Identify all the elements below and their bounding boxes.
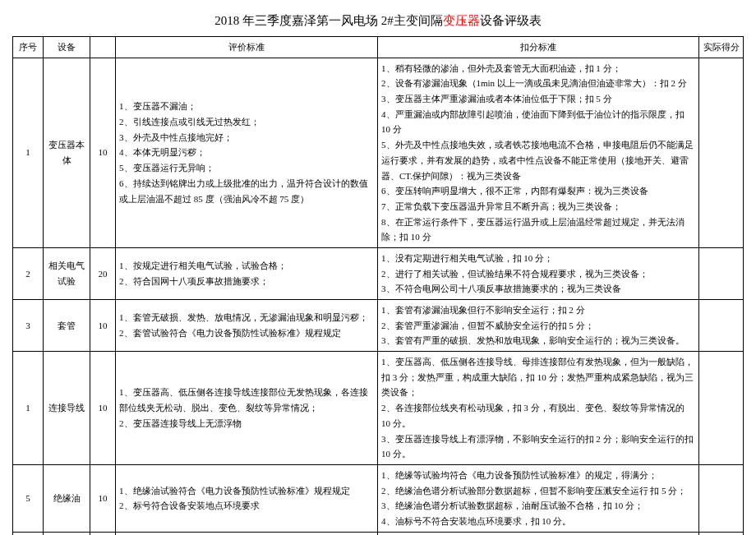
cell-index: 1 xyxy=(13,58,44,247)
cell-index: 3 xyxy=(13,300,44,352)
rating-table: 序号 设备 评价标准 扣分标准 实际得分 1变压器本体101、变压器不漏油；2、… xyxy=(12,36,744,535)
header-row: 序号 设备 评价标准 扣分标准 实际得分 xyxy=(13,37,744,58)
cell-device: 中性点 xyxy=(44,532,90,535)
cell-index: 6 xyxy=(13,532,44,535)
cell-standard: 1、套管无破损、发热、放电情况，无渗漏油现象和明显污秽；2、套管试验符合《电力设… xyxy=(116,300,378,352)
cell-index: 5 xyxy=(13,464,44,532)
col-index: 序号 xyxy=(13,37,44,58)
cell-device: 变压器本体 xyxy=(44,58,90,247)
table-row: 1变压器本体101、变压器不漏油；2、引线连接点或引线无过热发红；3、外壳及中性… xyxy=(13,58,744,247)
cell-score: 10 xyxy=(90,352,116,465)
cell-standard: 1、变压器不漏油；2、引线连接点或引线无过热发红；3、外壳及中性点接地完好；4、… xyxy=(116,58,378,247)
cell-deduction: 1、稍有轻微的渗油，但外壳及套管无大面积油迹，扣 1 分；2、设备有渗漏油现象（… xyxy=(378,58,699,247)
cell-actual xyxy=(699,58,744,247)
cell-score: 10 xyxy=(90,532,116,535)
title-prefix: 2018 年三季度嘉泽第一风电场 2#主变间隔 xyxy=(214,14,443,27)
table-row: 5绝缘油101、绝缘油试验符合《电力设备预防性试验标准》规程规定2、标号符合设备… xyxy=(13,464,744,532)
cell-standard: 1、变压器高、低压侧各连接导线连接部位无发热现象，各连接部位线夹无松动、脱出、变… xyxy=(116,352,378,465)
table-row: 6中性点101、中性点运行方式正确，瓷瓶、避雷器表面完整、无裂纹、破裂；2、放电… xyxy=(13,532,744,535)
cell-device: 相关电气试验 xyxy=(44,247,90,299)
cell-deduction: 1、没有定期进行相关电气试验，扣 10 分；2、进行了相关试验，但试验结果不符合… xyxy=(378,247,699,299)
cell-index: 1 xyxy=(13,352,44,465)
cell-actual xyxy=(699,464,744,532)
cell-index: 2 xyxy=(13,247,44,299)
table-row: 1连接导线101、变压器高、低压侧各连接导线连接部位无发热现象，各连接部位线夹无… xyxy=(13,352,744,465)
cell-deduction: 1、变压器高、低压侧各连接导线、母排连接部位有发热现象，但为一般缺陷，扣 3 分… xyxy=(378,352,699,465)
cell-device: 绝缘油 xyxy=(44,464,90,532)
col-device: 设备 xyxy=(44,37,90,58)
cell-device: 套管 xyxy=(44,300,90,352)
cell-device: 连接导线 xyxy=(44,352,90,465)
cell-score: 20 xyxy=(90,247,116,299)
cell-actual xyxy=(699,247,744,299)
table-row: 2相关电气试验201、按规定进行相关电气试验，试验合格；2、符合国网十八项反事故… xyxy=(13,247,744,299)
cell-deduction: 1、绝缘等试验均符合《电力设备预防性试验标准》的规定，得满分；2、绝缘油色谱分析… xyxy=(378,464,699,532)
title-highlight: 变压器 xyxy=(443,14,480,27)
col-score xyxy=(90,37,116,58)
col-actual: 实际得分 xyxy=(699,37,744,58)
cell-score: 10 xyxy=(90,464,116,532)
col-deduction: 扣分标准 xyxy=(378,37,699,58)
cell-deduction: 1、套管有渗漏油现象但行不影响安全运行；扣 2 分2、套管严重渗漏油，但暂不威胁… xyxy=(378,300,699,352)
cell-score: 10 xyxy=(90,300,116,352)
cell-actual xyxy=(699,300,744,352)
cell-standard: 1、绝缘油试验符合《电力设备预防性试验标准》规程规定2、标号符合设备安装地点环境… xyxy=(116,464,378,532)
cell-actual xyxy=(699,532,744,535)
cell-actual xyxy=(699,352,744,465)
col-standard: 评价标准 xyxy=(116,37,378,58)
cell-deduction: 1、中性点运行方式不正确，扣 10 分；瓷瓶、避雷器表面不完整，有裂纹、破裂；扣… xyxy=(378,532,699,535)
page-title: 2018 年三季度嘉泽第一风电场 2#主变间隔变压器设备评级表 xyxy=(12,13,744,29)
title-suffix: 设备评级表 xyxy=(480,14,542,27)
table-row: 3套管101、套管无破损、发热、放电情况，无渗漏油现象和明显污秽；2、套管试验符… xyxy=(13,300,744,352)
cell-score: 10 xyxy=(90,58,116,247)
cell-standard: 1、中性点运行方式正确，瓷瓶、避雷器表面完整、无裂纹、破裂；2、放电间隙在同一水… xyxy=(116,532,378,535)
cell-standard: 1、按规定进行相关电气试验，试验合格；2、符合国网十八项反事故措施要求； xyxy=(116,247,378,299)
